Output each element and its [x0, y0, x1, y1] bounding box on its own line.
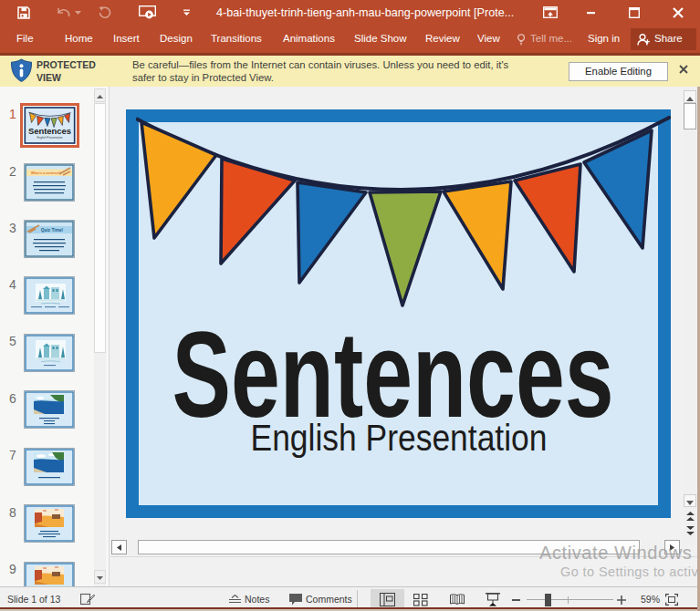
svg-text:English Presentation: English Presentation: [37, 136, 62, 140]
svg-text:Quiz Time!: Quiz Time!: [41, 228, 64, 233]
svg-text:English Presentation: English Presentation: [251, 418, 548, 458]
svg-text:Sentences: Sentences: [28, 127, 72, 136]
svg-text:What is a sentence?: What is a sentence?: [31, 171, 61, 175]
